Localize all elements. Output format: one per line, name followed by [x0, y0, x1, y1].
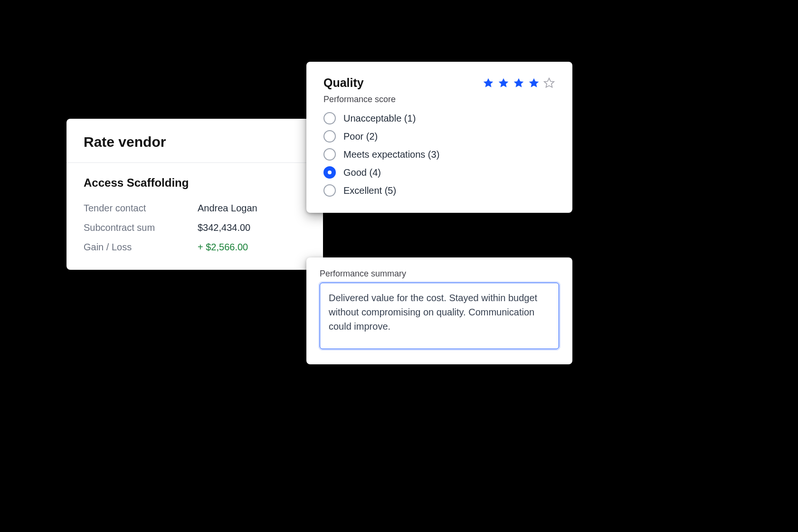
- rate-vendor-card: Rate vendor Access Scaffolding Tender co…: [66, 119, 323, 270]
- vendor-detail-row: Gain / Loss+ $2,566.00: [84, 242, 306, 253]
- quality-card: Quality Performance score Unacceptable (…: [306, 62, 572, 213]
- star-filled-icon[interactable]: [513, 77, 525, 89]
- performance-score-radio-group: Unacceptable (1)Poor (2)Meets expectatio…: [323, 112, 555, 197]
- vendor-detail-value: Andrea Logan: [198, 203, 257, 214]
- score-option-label: Meets expectations (3): [343, 149, 439, 160]
- radio-unselected-icon[interactable]: [323, 184, 336, 197]
- star-filled-icon[interactable]: [497, 77, 510, 89]
- score-option[interactable]: Excellent (5): [323, 184, 555, 197]
- vendor-detail-value: + $2,566.00: [198, 242, 248, 253]
- rate-vendor-title: Rate vendor: [84, 134, 306, 150]
- performance-summary-card: Performance summary: [306, 257, 572, 364]
- quality-stars[interactable]: [482, 77, 555, 89]
- star-empty-icon[interactable]: [543, 77, 555, 89]
- score-option[interactable]: Poor (2): [323, 130, 555, 142]
- radio-unselected-icon[interactable]: [323, 112, 336, 124]
- score-option-label: Good (4): [343, 167, 381, 178]
- vendor-name: Access Scaffolding: [84, 176, 306, 190]
- performance-score-label: Performance score: [323, 95, 555, 104]
- vendor-detail-row: Subcontract sum$342,434.00: [84, 222, 306, 233]
- score-option-label: Poor (2): [343, 131, 378, 142]
- performance-summary-textarea[interactable]: [320, 283, 559, 349]
- vendor-detail-label: Tender contact: [84, 203, 198, 214]
- vendor-detail-row: Tender contactAndrea Logan: [84, 203, 306, 214]
- vendor-detail-label: Gain / Loss: [84, 242, 198, 253]
- score-option[interactable]: Meets expectations (3): [323, 148, 555, 161]
- star-filled-icon[interactable]: [482, 77, 494, 89]
- score-option[interactable]: Unacceptable (1): [323, 112, 555, 124]
- vendor-detail-value: $342,434.00: [198, 222, 250, 233]
- score-option[interactable]: Good (4): [323, 166, 555, 179]
- radio-unselected-icon[interactable]: [323, 148, 336, 161]
- rate-vendor-body: Access Scaffolding Tender contactAndrea …: [66, 163, 323, 270]
- quality-title: Quality: [323, 76, 364, 90]
- score-option-label: Unacceptable (1): [343, 113, 416, 124]
- performance-summary-label: Performance summary: [320, 269, 559, 279]
- quality-header: Quality: [323, 76, 555, 90]
- star-filled-icon[interactable]: [528, 77, 540, 89]
- radio-unselected-icon[interactable]: [323, 130, 336, 142]
- score-option-label: Excellent (5): [343, 185, 396, 196]
- vendor-detail-label: Subcontract sum: [84, 222, 198, 233]
- rate-vendor-header: Rate vendor: [66, 119, 323, 163]
- radio-selected-icon[interactable]: [323, 166, 336, 179]
